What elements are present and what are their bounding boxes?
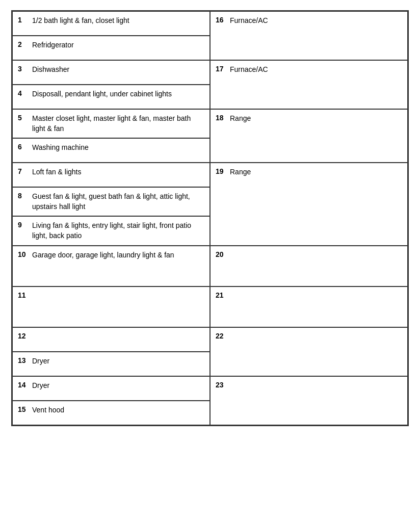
breaker-number: 10 [18,250,29,258]
breaker-label: Dryer [32,356,204,367]
table-row: 5 Master closet light, master light & fa… [12,109,210,138]
breaker-label: Disposall, pendant light, under cabinet … [32,89,204,99]
breaker-label: Range [230,167,402,177]
breaker-label: Range [230,114,402,124]
breaker-number: 15 [18,405,29,413]
breaker-label: Refridgerator [32,40,204,50]
breaker-label: Living fan & lights, entry light, stair … [32,221,204,241]
breaker-number: 9 [18,221,29,229]
table-row: 6 Washing machine [12,138,210,163]
breaker-number: 3 [18,65,29,73]
breaker-number: 7 [18,167,29,175]
table-row: 21 [210,286,408,327]
breaker-number: 8 [18,192,29,200]
table-row: 15 Vent hood [12,401,210,425]
breaker-number: 19 [216,167,227,175]
table-row: 16 Furnace/AC [210,11,408,60]
table-row: 1 1/2 bath light & fan, closet light [12,11,210,36]
breaker-number: 11 [18,291,29,299]
table-row: 18 Range [210,109,408,163]
table-row: 10 Garage door, garage light, laundry li… [12,246,210,286]
table-row: 3 Dishwasher [12,60,210,85]
table-grid: 1 1/2 bath light & fan, closet light 16 … [12,11,408,425]
breaker-number: 4 [18,89,29,97]
breaker-label: Guest fan & light, guest bath fan & ligh… [32,192,204,212]
table-row: 12 [12,327,210,352]
table-row: 19 Range [210,163,408,245]
breaker-number: 2 [18,40,29,48]
breaker-number: 14 [18,381,29,389]
table-row: 22 [210,327,408,376]
table-row: 8 Guest fan & light, guest bath fan & li… [12,187,210,216]
breaker-label: 1/2 bath light & fan, closet light [32,16,204,26]
breaker-label: Vent hood [32,405,204,415]
table-row: 4 Disposall, pendant light, under cabine… [12,85,210,109]
breaker-number: 20 [216,250,227,258]
breaker-number: 22 [216,332,227,340]
breaker-label: Master closet light, master light & fan,… [32,114,204,134]
breaker-number: 23 [216,381,227,389]
breaker-number: 13 [18,356,29,364]
table-row: 13 Dryer [12,352,210,376]
breaker-number: 17 [216,65,227,73]
breaker-number: 1 [18,16,29,24]
breaker-label: Furnace/AC [230,65,402,75]
breaker-table: 1 1/2 bath light & fan, closet light 16 … [11,10,409,426]
breaker-number: 21 [216,291,227,299]
breaker-label: Dishwasher [32,65,204,75]
breaker-number: 16 [216,16,227,24]
breaker-number: 6 [18,143,29,151]
breaker-label: Washing machine [32,143,204,153]
table-row: 14 Dryer [12,376,210,401]
breaker-label: Garage door, garage light, laundry light… [32,250,204,260]
breaker-label: Dryer [32,381,204,391]
table-row: 17 Furnace/AC [210,60,408,109]
table-row: 11 [12,286,210,327]
breaker-number: 5 [18,114,29,122]
table-row: 7 Loft fan & lights [12,163,210,187]
table-row: 2 Refridgerator [12,36,210,60]
breaker-label: Furnace/AC [230,16,402,26]
table-row: 20 [210,246,408,286]
breaker-label: Loft fan & lights [32,167,204,177]
breaker-number: 12 [18,332,29,340]
table-row: 9 Living fan & lights, entry light, stai… [12,216,210,245]
breaker-number: 18 [216,114,227,122]
table-row: 23 [210,376,408,425]
